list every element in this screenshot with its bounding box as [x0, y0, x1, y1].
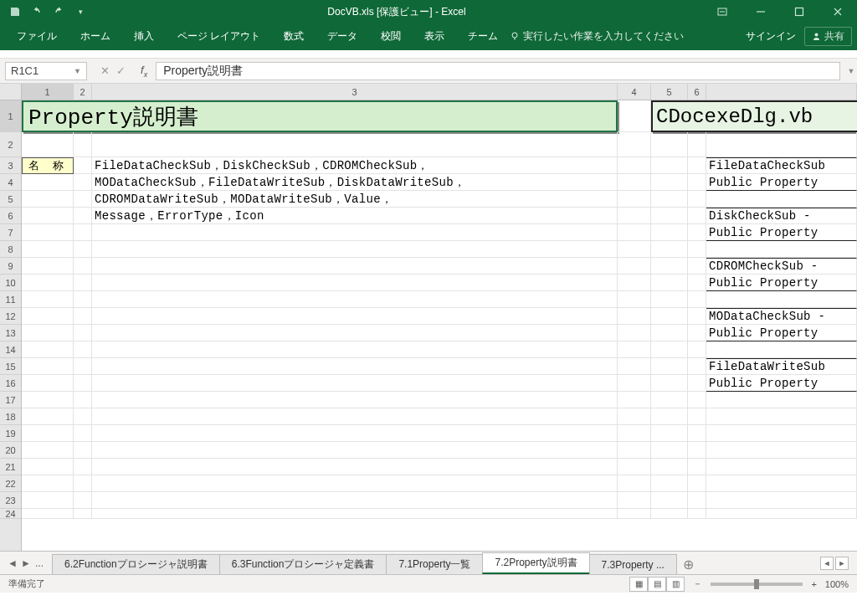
cell[interactable] [706, 392, 857, 408]
cell[interactable] [688, 341, 706, 358]
zoom-out-button[interactable]: － [693, 578, 702, 590]
name-box[interactable]: R1C1 ▼ [5, 62, 87, 80]
cell[interactable] [618, 425, 651, 442]
cell[interactable] [688, 224, 706, 241]
cell[interactable] [618, 100, 651, 132]
view-page-break-icon[interactable]: ▥ [666, 577, 685, 592]
row-header[interactable]: 12 [0, 308, 21, 325]
cell[interactable] [706, 509, 857, 519]
row-header[interactable]: 20 [0, 442, 21, 459]
cell[interactable] [688, 392, 706, 408]
cell[interactable]: MODataCheckSub，FileDataWriteSub，DiskData… [92, 174, 618, 191]
tab-team[interactable]: チーム [456, 24, 510, 49]
cell[interactable] [22, 475, 74, 492]
cell[interactable] [651, 408, 688, 425]
tab-more-icon[interactable]: ... [33, 557, 45, 569]
cell[interactable] [651, 208, 688, 224]
cell[interactable] [74, 132, 92, 157]
sheet-tab[interactable]: 7.3Property ... [589, 554, 677, 574]
cell[interactable] [688, 475, 706, 492]
cell[interactable] [618, 459, 651, 475]
cell[interactable] [651, 392, 688, 408]
cell[interactable] [651, 291, 688, 308]
row-header[interactable]: 14 [0, 341, 21, 358]
signin-link[interactable]: サインイン [746, 29, 796, 44]
cell[interactable] [688, 241, 706, 258]
cell[interactable] [74, 291, 92, 308]
cell[interactable] [74, 191, 92, 208]
cell[interactable] [706, 341, 857, 358]
cell[interactable] [706, 475, 857, 492]
tab-review[interactable]: 校閲 [369, 24, 413, 49]
cell[interactable] [92, 392, 618, 408]
cell[interactable] [651, 174, 688, 191]
cell[interactable] [74, 208, 92, 224]
cell[interactable] [651, 325, 688, 341]
row-header[interactable]: 10 [0, 275, 21, 291]
cell[interactable] [618, 132, 651, 157]
cancel-icon[interactable]: ✕ [100, 64, 110, 77]
cell[interactable] [74, 425, 92, 442]
cell[interactable] [618, 358, 651, 375]
cell[interactable] [618, 291, 651, 308]
cell[interactable] [688, 132, 706, 157]
tab-data[interactable]: データ [316, 24, 369, 49]
cell[interactable] [22, 132, 74, 157]
cell[interactable] [688, 157, 706, 174]
cell[interactable] [688, 308, 706, 325]
cell[interactable] [74, 375, 92, 392]
cell[interactable] [618, 157, 651, 174]
cell[interactable]: Message，ErrorType，Icon [92, 208, 618, 224]
cell[interactable] [688, 358, 706, 375]
row-header[interactable]: 19 [0, 425, 21, 442]
cell[interactable] [618, 224, 651, 241]
cell[interactable] [651, 459, 688, 475]
cell[interactable] [651, 157, 688, 174]
cell[interactable] [74, 258, 92, 275]
cell[interactable] [688, 325, 706, 341]
col-header[interactable]: 4 [618, 84, 651, 100]
row-header[interactable]: 9 [0, 258, 21, 275]
qat-customize-icon[interactable]: ▾ [70, 2, 90, 22]
cell[interactable] [688, 275, 706, 291]
cell[interactable] [22, 492, 74, 509]
cell[interactable]: MODataCheckSub - [706, 308, 857, 325]
cell[interactable] [688, 291, 706, 308]
cell[interactable] [651, 492, 688, 509]
cell-title-right[interactable]: CDocexeDlg.vb [651, 100, 857, 132]
row-header[interactable]: 21 [0, 459, 21, 475]
cell[interactable] [92, 341, 618, 358]
cell[interactable] [22, 509, 74, 519]
fx-icon[interactable]: fx [132, 64, 156, 79]
cell[interactable] [22, 325, 74, 341]
cell[interactable] [22, 191, 74, 208]
row-header[interactable]: 16 [0, 375, 21, 392]
cell[interactable] [92, 408, 618, 425]
scroll-right-icon[interactable]: ► [835, 557, 849, 570]
col-header[interactable] [706, 84, 857, 100]
cell[interactable] [74, 509, 92, 519]
cell[interactable] [618, 241, 651, 258]
row-header[interactable]: 3 [0, 157, 21, 174]
cell[interactable] [92, 275, 618, 291]
formula-expand-icon[interactable]: ▼ [845, 67, 857, 75]
tab-view[interactable]: 表示 [413, 24, 456, 49]
cell[interactable] [618, 392, 651, 408]
cell[interactable] [74, 459, 92, 475]
cell[interactable] [74, 325, 92, 341]
cell[interactable] [651, 425, 688, 442]
cell[interactable] [651, 224, 688, 241]
cell[interactable] [688, 174, 706, 191]
sheet-tab[interactable]: 7.1Property一覧 [386, 554, 483, 574]
cell[interactable]: Public Property [706, 174, 857, 191]
cell[interactable] [22, 258, 74, 275]
cell[interactable] [618, 341, 651, 358]
cell[interactable] [706, 291, 857, 308]
tab-home[interactable]: ホーム [69, 24, 122, 49]
chevron-down-icon[interactable]: ▼ [74, 67, 81, 75]
share-button[interactable]: 共有 [804, 27, 852, 46]
cell[interactable]: DiskCheckSub - [706, 208, 857, 224]
row-header[interactable]: 5 [0, 191, 21, 208]
cell[interactable] [92, 241, 618, 258]
col-header[interactable]: 5 [651, 84, 688, 100]
